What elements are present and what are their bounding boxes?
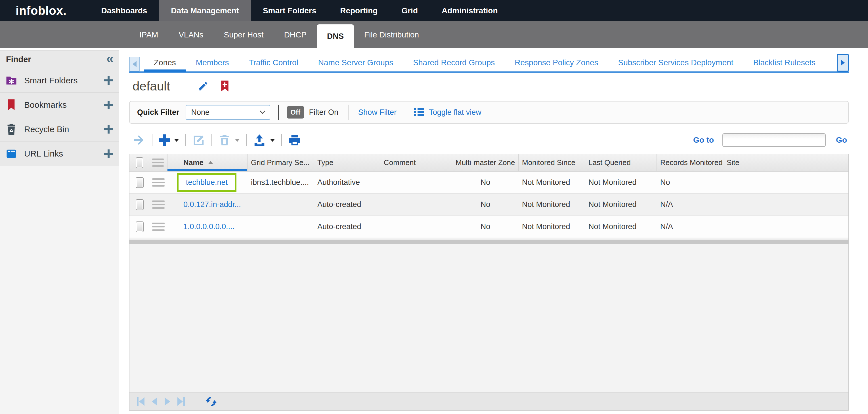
url-links-icon — [5, 148, 17, 160]
column-header-label: Type — [317, 158, 333, 167]
column-header-label: Monitored Since — [522, 158, 576, 167]
tab-traffic-control[interactable]: Traffic Control — [239, 54, 308, 71]
chevron-double-left-icon[interactable]: « — [106, 53, 114, 64]
zone-link[interactable]: 0.0.127.in-addr... — [183, 200, 241, 209]
column-header-name[interactable]: Name — [167, 154, 248, 171]
row-menu-cell — [147, 222, 167, 231]
column-header-comment[interactable]: Comment — [380, 154, 452, 171]
sub-nav-tab-dhcp[interactable]: DHCP — [274, 21, 317, 48]
tab-zones[interactable]: Zones — [144, 54, 186, 71]
add-icon[interactable] — [159, 134, 170, 146]
open-arrow-icon[interactable] — [132, 133, 146, 147]
row-checkbox[interactable] — [136, 177, 144, 188]
header-menu-icon[interactable] — [152, 159, 164, 167]
add-dropdown-caret-icon[interactable] — [174, 139, 179, 144]
chevron-down-icon — [260, 108, 266, 114]
tab-response-policy-zones[interactable]: Response Policy Zones — [505, 54, 608, 71]
sub-nav-tab-file-distribution[interactable]: File Distribution — [354, 21, 429, 48]
pencil-icon[interactable] — [197, 80, 209, 92]
top-nav-grid[interactable]: Grid — [390, 0, 430, 21]
top-nav-administration[interactable]: Administration — [430, 0, 510, 21]
zone-link[interactable]: 1.0.0.0.0.0.0.... — [183, 222, 235, 231]
delete-icon[interactable] — [218, 134, 231, 146]
tab-name-server-groups[interactable]: Name Server Groups — [308, 54, 403, 71]
sidebar-item-smart-folders[interactable]: Smart Folders — [0, 68, 119, 93]
plus-icon[interactable] — [104, 101, 113, 109]
filter-toggle-button[interactable]: Off — [287, 106, 304, 118]
cell-monitored-since: Not Monitored — [519, 200, 585, 209]
plus-icon[interactable] — [104, 149, 113, 158]
export-dropdown-caret-icon[interactable] — [270, 139, 275, 144]
tab-scroll-right-button[interactable] — [837, 54, 849, 71]
quick-filter-dropdown[interactable]: None — [186, 105, 270, 120]
sub-nav-tab-dns[interactable]: DNS — [317, 24, 354, 48]
flat-view-icon-glyph — [414, 107, 424, 116]
first-page-icon[interactable] — [137, 397, 145, 406]
flat-view-icon[interactable] — [414, 107, 424, 117]
next-page-icon[interactable] — [165, 397, 170, 406]
column-header-type[interactable]: Type — [314, 154, 380, 171]
toggle-flat-view-link[interactable]: Toggle flat view — [429, 108, 482, 117]
plus-icon[interactable] — [104, 76, 113, 85]
sub-nav-tab-vlans[interactable]: VLANs — [168, 21, 213, 48]
top-nav-dashboards[interactable]: Dashboards — [89, 0, 159, 21]
go-button[interactable]: Go — [834, 135, 849, 145]
delete-dropdown-caret-icon[interactable] — [235, 139, 240, 144]
sidebar-item-recycle-bin[interactable]: Recycle Bin — [0, 117, 119, 141]
tab-shared-record-groups[interactable]: Shared Record Groups — [403, 54, 505, 71]
row-menu-icon[interactable] — [152, 178, 165, 186]
tab-blacklist-rulesets[interactable]: Blacklist Rulesets — [743, 54, 826, 71]
sidebar-item-url-links[interactable]: URL Links — [0, 141, 119, 166]
sidebar-item-bookmarks[interactable]: Bookmarks — [0, 93, 119, 117]
tab-members[interactable]: Members — [186, 54, 239, 71]
column-header-label: Multi-master Zone — [456, 158, 515, 167]
title-row: default — [129, 77, 849, 95]
tab-scroll-left-button[interactable] — [129, 57, 140, 71]
row-menu-cell — [147, 178, 167, 186]
zones-table: NameGrid Primary Se...TypeCommentMulti-m… — [129, 154, 849, 411]
plus-icon[interactable] — [104, 125, 113, 134]
column-header-site[interactable]: Site — [723, 154, 848, 171]
table-row[interactable]: techblue.netibns1.techblue....Authoritat… — [129, 172, 848, 194]
column-header-records-monitored[interactable]: Records Monitored — [657, 154, 723, 171]
row-menu-icon[interactable] — [152, 201, 165, 209]
bookmark-add-icon[interactable] — [220, 80, 229, 92]
top-nav-reporting[interactable]: Reporting — [328, 0, 390, 21]
column-header-last-queried[interactable]: Last Queried — [585, 154, 657, 171]
column-header-grid-primary-se[interactable]: Grid Primary Se... — [248, 154, 314, 171]
cell-type: Authoritative — [314, 178, 380, 187]
cell-last-queried: Not Monitored — [585, 222, 657, 231]
previous-page-icon[interactable] — [152, 397, 157, 406]
row-checkbox[interactable] — [136, 221, 144, 232]
tab-dns64-group[interactable]: DNS64 Group — [826, 54, 836, 71]
goto-input[interactable] — [722, 133, 826, 147]
infoblox-dns-zones-screen: { "brand": { "logo": "infoblox." }, "top… — [0, 0, 868, 414]
table-row[interactable]: 0.0.127.in-addr...Auto-createdNoNot Moni… — [129, 194, 848, 216]
last-page-icon[interactable] — [177, 397, 185, 406]
top-nav-data-management[interactable]: Data Management — [159, 0, 251, 21]
sort-ascending-icon — [208, 161, 213, 164]
column-header-label: Grid Primary Se... — [251, 158, 310, 167]
sub-nav-tab-ipam[interactable]: IPAM — [129, 21, 168, 48]
column-header-multi-master-zone[interactable]: Multi-master Zone — [452, 154, 519, 171]
recycle-bin-icon — [5, 123, 17, 135]
edit-icon[interactable] — [192, 134, 205, 147]
sub-nav-bar: IPAMVLANsSuper HostDHCPDNSFile Distribut… — [0, 21, 868, 48]
header-menu-cell — [147, 154, 167, 171]
quick-filter-label: Quick Filter — [137, 108, 179, 117]
select-all-checkbox[interactable] — [136, 158, 143, 168]
cell-last-queried: Not Monitored — [585, 200, 657, 209]
show-filter-link[interactable]: Show Filter — [358, 108, 397, 117]
tab-subscriber-services-deployment[interactable]: Subscriber Services Deployment — [608, 54, 743, 71]
table-row[interactable]: 1.0.0.0.0.0.0....Auto-createdNoNot Monit… — [129, 216, 848, 238]
export-icon[interactable] — [253, 134, 266, 147]
table-body: techblue.netibns1.techblue....Authoritat… — [129, 172, 848, 238]
refresh-icon[interactable] — [205, 395, 217, 408]
sub-nav-tab-super-host[interactable]: Super Host — [214, 21, 274, 48]
row-checkbox[interactable] — [136, 199, 144, 210]
top-nav-smart-folders[interactable]: Smart Folders — [251, 0, 328, 21]
zone-link[interactable]: techblue.net — [186, 178, 228, 186]
row-menu-icon[interactable] — [152, 222, 165, 231]
column-header-monitored-since[interactable]: Monitored Since — [519, 154, 585, 171]
print-icon[interactable] — [288, 134, 301, 147]
